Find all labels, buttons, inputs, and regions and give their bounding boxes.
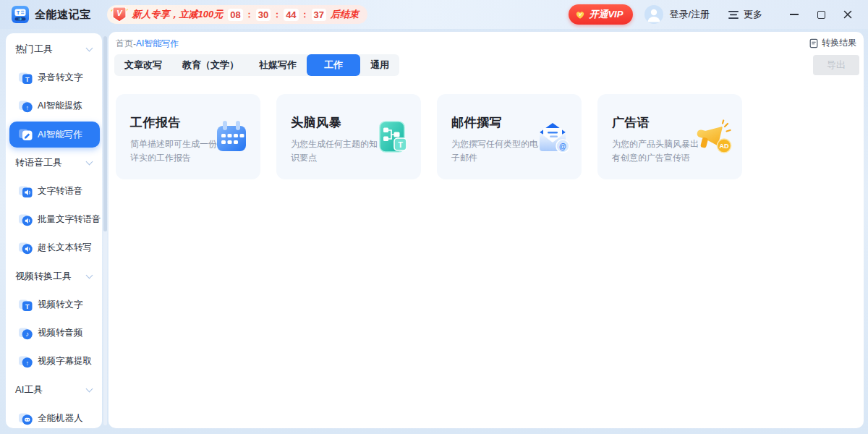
card-email-writing[interactable]: 邮件撰写 为您撰写任何类型的电子邮件 @ <box>437 94 582 179</box>
card-description: 为您生成任何主题的知识要点 <box>291 137 382 165</box>
sidebar-item-label: 批量文字转语音 <box>38 213 101 226</box>
sidebar-item-label: AI智能提炼 <box>38 100 82 112</box>
tab-article-rewrite[interactable]: 文章改写 <box>114 54 172 76</box>
sidebar-item-ai-extract[interactable]: ↑ AI智能提炼 <box>6 92 102 120</box>
sidebar-item-ai-robot[interactable]: 全能机器人 <box>6 404 102 428</box>
ai-writing-icon <box>18 127 33 142</box>
calendar-icon <box>213 118 250 156</box>
sidebar-section-ai-tools[interactable]: AI工具 <box>6 375 102 404</box>
sidebar-item-batch-text-to-speech[interactable]: 批量文字转语音 <box>6 205 102 234</box>
long-text-transcribe-icon <box>18 241 33 255</box>
tab-social-media-writing[interactable]: 社媒写作 <box>249 54 307 76</box>
more-label: 更多 <box>744 8 762 21</box>
timer-seconds: 44 <box>284 9 298 21</box>
window-controls <box>784 4 858 25</box>
tab-general[interactable]: 通用 <box>360 54 399 76</box>
chevron-down-icon <box>86 385 93 392</box>
sidebar-item-video-to-audio[interactable]: ♪ 视频转音频 <box>6 319 102 347</box>
card-description: 为您的产品头脑风暴出有创意的广告宣传语 <box>612 137 703 165</box>
svg-text:AD: AD <box>720 142 729 150</box>
minimize-icon <box>790 14 799 15</box>
close-icon <box>843 10 852 19</box>
main-panel: 首页 - AI智能写作 转换结果 文章改写 教育（文学） 社媒写作 工作 通用 … <box>109 32 864 428</box>
app-logo-icon: T <box>12 6 29 23</box>
more-menu[interactable]: 更多 <box>728 8 762 21</box>
sidebar-section-hot-tools[interactable]: 热门工具 <box>6 35 102 64</box>
sidebar-item-audio-to-text[interactable]: T 录音转文字 <box>6 64 102 92</box>
timer-centis: 37 <box>312 9 326 21</box>
card-brainstorm[interactable]: 头脑风暴 为您生成任何主题的知识要点 T <box>276 94 421 179</box>
app-title: 全能速记宝 <box>35 8 91 22</box>
login-register-link[interactable]: 登录/注册 <box>669 8 710 21</box>
sidebar-item-video-to-text[interactable]: T 视频转文字 <box>6 291 102 319</box>
sidebar-item-label: 录音转文字 <box>38 72 83 84</box>
promo-banner[interactable]: V 新人专享，立减100元 08 ： 30 ： 44 ： 37 后结束 <box>107 5 368 24</box>
template-cards: 工作报告 简单描述即可生成一份详实的工作报告 头脑风暴 为您生成任何主题的知识要… <box>116 94 742 179</box>
sidebar-item-label: AI智能写作 <box>38 129 82 141</box>
maximize-icon <box>817 11 825 19</box>
sidebar-item-text-to-speech[interactable]: 文字转语音 <box>6 177 102 205</box>
timer-colon: ： <box>301 9 310 21</box>
svg-text:T: T <box>25 75 30 82</box>
card-description: 为您撰写任何类型的电子邮件 <box>451 137 542 165</box>
tab-education-literature[interactable]: 教育（文学） <box>172 54 249 76</box>
sidebar: 热门工具 T 录音转文字 ↑ AI智能提炼 AI智能写作 转语音工具 <box>6 33 102 428</box>
breadcrumb: 首页 - AI智能写作 <box>116 38 179 50</box>
open-vip-button[interactable]: V 开通VIP <box>569 4 633 25</box>
sidebar-item-ai-writing[interactable]: AI智能写作 <box>9 122 100 148</box>
section-label: 转语音工具 <box>15 156 62 169</box>
document-icon <box>809 38 819 48</box>
timer-minutes: 30 <box>256 9 271 21</box>
video-subtitle-extract-icon: ↑ <box>18 354 33 369</box>
timer-colon: ： <box>273 9 281 21</box>
export-button[interactable]: 导出 <box>813 55 859 75</box>
section-label: AI工具 <box>15 383 43 396</box>
section-label: 热门工具 <box>15 43 53 56</box>
sidebar-item-label: 文字转语音 <box>38 185 83 197</box>
card-description: 简单描述即可生成一份详实的工作报告 <box>130 137 221 165</box>
timer-colon: ： <box>245 9 254 21</box>
video-to-text-icon: T <box>18 298 33 312</box>
user-avatar[interactable] <box>644 5 663 24</box>
close-button[interactable] <box>838 4 858 25</box>
sidebar-item-video-subtitle-extract[interactable]: ↑ 视频字幕提取 <box>6 347 102 375</box>
section-label: 视频转换工具 <box>15 270 72 283</box>
svg-text:T: T <box>25 302 30 310</box>
vip-button-label: 开通VIP <box>589 8 623 21</box>
ai-robot-icon <box>18 412 33 426</box>
audio-to-text-icon: T <box>18 71 33 85</box>
promo-suffix: 后结束 <box>331 8 359 21</box>
countdown-timer: 08 ： 30 ： 44 ： 37 <box>228 9 326 21</box>
hamburger-icon <box>728 10 739 20</box>
megaphone-icon: AD <box>694 118 732 156</box>
sidebar-item-long-text-transcribe[interactable]: 超长文本转写 <box>6 234 102 262</box>
svg-text:↑: ↑ <box>25 103 29 111</box>
sidebar-scrollbar-thumb[interactable] <box>103 36 107 231</box>
mindmap-icon: T <box>373 118 411 156</box>
ai-extract-icon: ↑ <box>18 99 33 114</box>
sidebar-item-label: 全能机器人 <box>38 412 83 425</box>
category-tabs: 文章改写 教育（文学） 社媒写作 工作 通用 <box>114 54 399 76</box>
maximize-button[interactable] <box>811 4 831 25</box>
chevron-down-icon <box>86 158 93 165</box>
breadcrumb-home[interactable]: 首页 <box>116 38 133 50</box>
sidebar-section-to-speech-tools[interactable]: 转语音工具 <box>6 148 102 177</box>
sidebar-item-label: 视频转文字 <box>38 299 83 311</box>
result-label: 转换结果 <box>822 37 856 49</box>
result-panel-header: 转换结果 <box>809 37 856 49</box>
card-ad-slogan[interactable]: 广告语 为您的产品头脑风暴出有创意的广告宣传语 AD <box>597 94 742 179</box>
sidebar-item-label: 超长文本转写 <box>38 242 92 254</box>
svg-text:@: @ <box>559 142 566 150</box>
svg-text:T: T <box>17 9 20 16</box>
card-work-report[interactable]: 工作报告 简单描述即可生成一份详实的工作报告 <box>116 94 260 179</box>
svg-text:♪: ♪ <box>25 330 29 338</box>
sidebar-item-label: 视频字幕提取 <box>38 355 92 367</box>
minimize-button[interactable] <box>784 4 804 25</box>
title-bar: T 全能速记宝 V 新人专享，立减100元 08 ： 30 ： 44 ： 37 … <box>0 0 868 29</box>
sidebar-section-video-tools[interactable]: 视频转换工具 <box>6 262 102 291</box>
tab-work[interactable]: 工作 <box>307 54 360 76</box>
chevron-down-icon <box>86 271 93 278</box>
text-to-speech-icon <box>18 184 33 199</box>
vip-badge-icon: V <box>110 5 129 24</box>
svg-text:↑: ↑ <box>25 359 29 366</box>
